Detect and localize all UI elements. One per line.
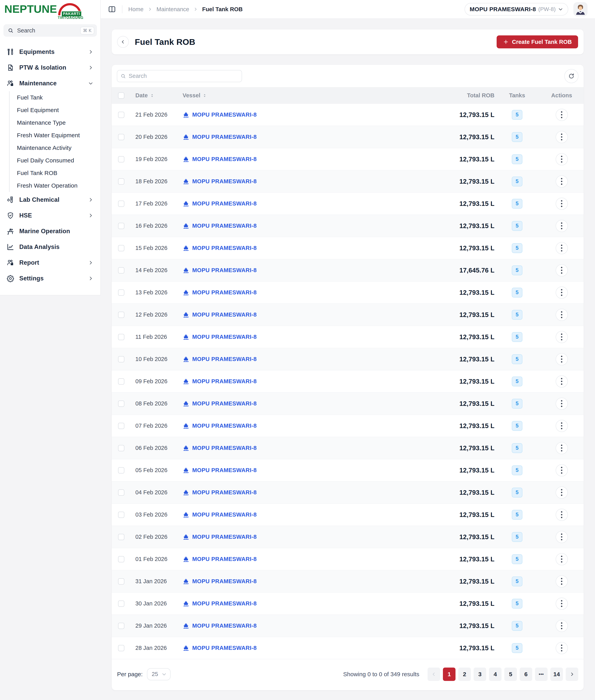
sidebar-item-fuel-tank-rob[interactable]: Fuel Tank ROB xyxy=(10,167,93,179)
row-checkbox[interactable] xyxy=(118,467,124,474)
vessel-link[interactable]: MOPU PRAMESWARI-8 xyxy=(182,511,257,518)
per-page-select[interactable]: 25 xyxy=(147,668,171,680)
sidebar-item-hse[interactable]: HSE xyxy=(6,208,93,223)
row-checkbox[interactable] xyxy=(118,134,124,140)
page-ellipsis-button[interactable]: ••• xyxy=(535,668,547,681)
breadcrumb-home[interactable]: Home xyxy=(128,6,143,12)
row-actions-menu-button[interactable] xyxy=(556,109,568,121)
vessel-link[interactable]: MOPU PRAMESWARI-8 xyxy=(182,334,257,340)
sidebar-item-ptw-isolation[interactable]: PTW & Isolation xyxy=(6,60,93,75)
refresh-button[interactable] xyxy=(564,69,578,83)
row-actions-menu-button[interactable] xyxy=(556,420,568,432)
row-checkbox[interactable] xyxy=(118,156,124,162)
row-checkbox[interactable] xyxy=(118,290,124,296)
sidebar-item-equipments[interactable]: Equipments xyxy=(6,44,93,60)
row-checkbox[interactable] xyxy=(118,267,124,274)
vessel-selector[interactable]: MOPU PRAMESWARI-8 (PW-8) xyxy=(464,3,568,16)
row-actions-menu-button[interactable] xyxy=(556,197,568,210)
sidebar-item-fresh-water-operation[interactable]: Fresh Water Operation xyxy=(10,179,93,192)
back-button[interactable] xyxy=(117,36,129,48)
row-actions-menu-button[interactable] xyxy=(556,309,568,321)
row-checkbox[interactable] xyxy=(118,601,124,607)
row-actions-menu-button[interactable] xyxy=(556,175,568,188)
vessel-link[interactable]: MOPU PRAMESWARI-8 xyxy=(182,267,257,274)
row-actions-menu-button[interactable] xyxy=(556,331,568,343)
row-actions-menu-button[interactable] xyxy=(556,509,568,521)
row-checkbox[interactable] xyxy=(118,378,124,385)
sidebar-item-fuel-equipment[interactable]: Fuel Equipment xyxy=(10,104,93,116)
vessel-link[interactable]: MOPU PRAMESWARI-8 xyxy=(182,423,257,429)
vessel-link[interactable]: MOPU PRAMESWARI-8 xyxy=(182,245,257,251)
row-actions-menu-button[interactable] xyxy=(556,553,568,565)
row-checkbox[interactable] xyxy=(118,556,124,562)
row-checkbox[interactable] xyxy=(118,112,124,118)
row-checkbox[interactable] xyxy=(118,512,124,518)
vessel-link[interactable]: MOPU PRAMESWARI-8 xyxy=(182,356,257,363)
row-checkbox[interactable] xyxy=(118,623,124,629)
row-actions-menu-button[interactable] xyxy=(556,131,568,143)
sidebar-item-lab-chemical[interactable]: Lab Chemical xyxy=(6,192,93,208)
row-checkbox[interactable] xyxy=(118,312,124,318)
vessel-link[interactable]: MOPU PRAMESWARI-8 xyxy=(182,622,257,629)
vessel-link[interactable]: MOPU PRAMESWARI-8 xyxy=(182,489,257,496)
row-checkbox[interactable] xyxy=(118,400,124,407)
sidebar-item-fresh-water-equipment[interactable]: Fresh Water Equipment xyxy=(10,129,93,142)
row-actions-menu-button[interactable] xyxy=(556,220,568,232)
row-actions-menu-button[interactable] xyxy=(556,398,568,410)
row-checkbox[interactable] xyxy=(118,245,124,251)
row-actions-menu-button[interactable] xyxy=(556,375,568,388)
vessel-link[interactable]: MOPU PRAMESWARI-8 xyxy=(182,112,257,118)
sidebar-item-data-analysis[interactable]: Data Analysis xyxy=(6,239,93,255)
row-actions-menu-button[interactable] xyxy=(556,242,568,254)
vessel-link[interactable]: MOPU PRAMESWARI-8 xyxy=(182,600,257,607)
column-header-date[interactable]: Date xyxy=(135,92,182,99)
row-actions-menu-button[interactable] xyxy=(556,353,568,365)
vessel-link[interactable]: MOPU PRAMESWARI-8 xyxy=(182,445,257,452)
row-checkbox[interactable] xyxy=(118,423,124,429)
page-button-1-active[interactable]: 1 xyxy=(443,668,455,681)
vessel-link[interactable]: MOPU PRAMESWARI-8 xyxy=(182,311,257,318)
table-search-input[interactable] xyxy=(129,73,238,79)
row-actions-menu-button[interactable] xyxy=(556,598,568,610)
row-actions-menu-button[interactable] xyxy=(556,153,568,165)
sidebar-item-marine-operation[interactable]: Marine Operation xyxy=(6,223,93,239)
row-checkbox[interactable] xyxy=(118,201,124,207)
row-checkbox[interactable] xyxy=(118,223,124,229)
next-page-button[interactable] xyxy=(566,668,578,681)
sidebar-item-settings[interactable]: Settings xyxy=(6,271,93,286)
page-button-14[interactable]: 14 xyxy=(550,668,563,681)
vessel-link[interactable]: MOPU PRAMESWARI-8 xyxy=(182,578,257,585)
breadcrumb-maintenance[interactable]: Maintenance xyxy=(157,6,189,12)
row-checkbox[interactable] xyxy=(118,334,124,340)
row-actions-menu-button[interactable] xyxy=(556,486,568,499)
row-checkbox[interactable] xyxy=(118,534,124,540)
row-checkbox[interactable] xyxy=(118,645,124,651)
vessel-link[interactable]: MOPU PRAMESWARI-8 xyxy=(182,467,257,474)
row-actions-menu-button[interactable] xyxy=(556,642,568,654)
vessel-link[interactable]: MOPU PRAMESWARI-8 xyxy=(182,289,257,296)
row-checkbox[interactable] xyxy=(118,356,124,362)
vessel-link[interactable]: MOPU PRAMESWARI-8 xyxy=(182,178,257,185)
row-checkbox[interactable] xyxy=(118,578,124,585)
page-button-3[interactable]: 3 xyxy=(474,668,486,681)
page-button-2[interactable]: 2 xyxy=(458,668,471,681)
row-actions-menu-button[interactable] xyxy=(556,264,568,276)
user-avatar[interactable] xyxy=(573,2,588,16)
vessel-link[interactable]: MOPU PRAMESWARI-8 xyxy=(182,534,257,540)
previous-page-button[interactable] xyxy=(428,668,440,681)
row-checkbox[interactable] xyxy=(118,445,124,451)
row-actions-menu-button[interactable] xyxy=(556,620,568,632)
sidebar-item-report[interactable]: Report xyxy=(6,255,93,271)
row-actions-menu-button[interactable] xyxy=(556,464,568,477)
row-actions-menu-button[interactable] xyxy=(556,575,568,587)
sidebar-toggle-button[interactable] xyxy=(108,5,116,13)
select-all-checkbox[interactable] xyxy=(118,92,124,99)
page-button-5[interactable]: 5 xyxy=(504,668,517,681)
create-fuel-tank-rob-button[interactable]: Create Fuel Tank ROB xyxy=(497,35,578,49)
sidebar-item-maintenance-type[interactable]: Maintenance Type xyxy=(10,116,93,129)
vessel-link[interactable]: MOPU PRAMESWARI-8 xyxy=(182,201,257,207)
row-checkbox[interactable] xyxy=(118,178,124,185)
page-button-4[interactable]: 4 xyxy=(489,668,502,681)
row-actions-menu-button[interactable] xyxy=(556,531,568,543)
sidebar-item-maintenance-activity[interactable]: Maintenance Activity xyxy=(10,142,93,154)
